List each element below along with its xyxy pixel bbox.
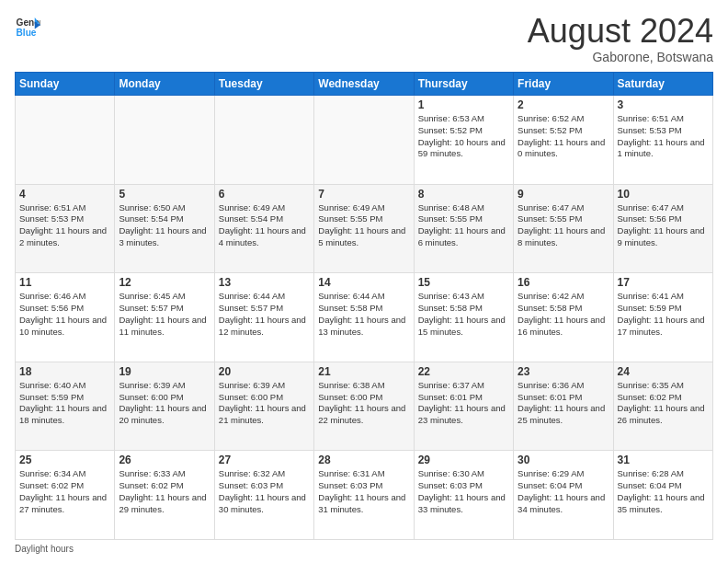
day-info: Sunrise: 6:50 AM Sunset: 5:54 PM Dayligh… [119,202,210,249]
calendar-week-row: 1Sunrise: 6:53 AM Sunset: 5:52 PM Daylig… [16,96,713,185]
day-info: Sunrise: 6:28 AM Sunset: 6:04 PM Dayligh… [618,468,709,515]
calendar-cell: 9Sunrise: 6:47 AM Sunset: 5:55 PM Daylig… [514,184,613,273]
footer-note: Daylight hours [15,544,713,554]
day-info: Sunrise: 6:43 AM Sunset: 5:58 PM Dayligh… [418,291,509,338]
day-info: Sunrise: 6:51 AM Sunset: 5:53 PM Dayligh… [19,202,110,249]
location-subtitle: Gaborone, Botswana [528,50,713,64]
day-number: 23 [518,365,609,378]
calendar-week-row: 18Sunrise: 6:40 AM Sunset: 5:59 PM Dayli… [16,362,713,451]
day-info: Sunrise: 6:31 AM Sunset: 6:03 PM Dayligh… [318,468,409,515]
day-info: Sunrise: 6:46 AM Sunset: 5:56 PM Dayligh… [19,291,110,338]
day-number: 18 [19,365,110,378]
calendar-cell: 15Sunrise: 6:43 AM Sunset: 5:58 PM Dayli… [414,273,513,362]
calendar-cell: 13Sunrise: 6:44 AM Sunset: 5:57 PM Dayli… [214,273,313,362]
calendar-cell: 8Sunrise: 6:48 AM Sunset: 5:55 PM Daylig… [414,184,513,273]
day-number: 8 [418,188,509,201]
calendar-cell: 20Sunrise: 6:39 AM Sunset: 6:00 PM Dayli… [214,362,313,451]
calendar-cell: 26Sunrise: 6:33 AM Sunset: 6:02 PM Dayli… [115,451,214,540]
day-number: 13 [219,276,310,289]
day-number: 14 [318,276,409,289]
day-info: Sunrise: 6:49 AM Sunset: 5:55 PM Dayligh… [318,202,409,249]
page: General Blue August 2024 Gaborone, Botsw… [0,0,728,563]
calendar-table: SundayMondayTuesdayWednesdayThursdayFrid… [15,72,713,540]
title-block: August 2024 Gaborone, Botswana [528,15,713,64]
day-number: 22 [418,365,509,378]
month-year-title: August 2024 [528,15,713,48]
calendar-cell: 12Sunrise: 6:45 AM Sunset: 5:57 PM Dayli… [115,273,214,362]
calendar-cell: 21Sunrise: 6:38 AM Sunset: 6:00 PM Dayli… [314,362,414,451]
day-info: Sunrise: 6:52 AM Sunset: 5:52 PM Dayligh… [518,113,609,160]
day-number: 28 [318,454,409,466]
day-number: 12 [119,276,210,289]
calendar-cell: 16Sunrise: 6:42 AM Sunset: 5:58 PM Dayli… [514,273,613,362]
day-info: Sunrise: 6:51 AM Sunset: 5:53 PM Dayligh… [618,113,709,160]
logo: General Blue [15,15,40,40]
calendar-cell: 1Sunrise: 6:53 AM Sunset: 5:52 PM Daylig… [414,96,513,185]
calendar-week-row: 25Sunrise: 6:34 AM Sunset: 6:02 PM Dayli… [16,451,713,540]
calendar-cell: 6Sunrise: 6:49 AM Sunset: 5:54 PM Daylig… [214,184,313,273]
day-number: 5 [119,188,210,201]
day-number: 1 [418,98,509,111]
day-info: Sunrise: 6:42 AM Sunset: 5:58 PM Dayligh… [518,291,609,338]
calendar-cell: 5Sunrise: 6:50 AM Sunset: 5:54 PM Daylig… [115,184,214,273]
day-info: Sunrise: 6:49 AM Sunset: 5:54 PM Dayligh… [219,202,310,249]
day-number: 16 [518,276,609,289]
day-number: 10 [618,188,709,201]
day-number: 30 [518,454,609,466]
calendar-cell: 23Sunrise: 6:36 AM Sunset: 6:01 PM Dayli… [514,362,613,451]
day-info: Sunrise: 6:38 AM Sunset: 6:00 PM Dayligh… [318,380,409,427]
calendar-header-row: SundayMondayTuesdayWednesdayThursdayFrid… [16,73,713,96]
calendar-cell: 24Sunrise: 6:35 AM Sunset: 6:02 PM Dayli… [613,362,712,451]
calendar-cell: 4Sunrise: 6:51 AM Sunset: 5:53 PM Daylig… [16,184,115,273]
day-number: 26 [119,454,210,466]
day-info: Sunrise: 6:30 AM Sunset: 6:03 PM Dayligh… [418,468,509,515]
calendar-cell [16,96,115,185]
calendar-week-row: 11Sunrise: 6:46 AM Sunset: 5:56 PM Dayli… [16,273,713,362]
day-number: 17 [618,276,709,289]
day-number: 19 [119,365,210,378]
calendar-cell: 14Sunrise: 6:44 AM Sunset: 5:58 PM Dayli… [314,273,414,362]
day-info: Sunrise: 6:40 AM Sunset: 5:59 PM Dayligh… [19,380,110,427]
day-info: Sunrise: 6:44 AM Sunset: 5:58 PM Dayligh… [318,291,409,338]
day-info: Sunrise: 6:47 AM Sunset: 5:56 PM Dayligh… [618,202,709,249]
day-info: Sunrise: 6:37 AM Sunset: 6:01 PM Dayligh… [418,380,509,427]
day-info: Sunrise: 6:48 AM Sunset: 5:55 PM Dayligh… [418,202,509,249]
day-info: Sunrise: 6:33 AM Sunset: 6:02 PM Dayligh… [119,468,210,515]
calendar-cell: 18Sunrise: 6:40 AM Sunset: 5:59 PM Dayli… [16,362,115,451]
calendar-cell [214,96,313,185]
calendar-cell: 27Sunrise: 6:32 AM Sunset: 6:03 PM Dayli… [214,451,313,540]
calendar-cell: 19Sunrise: 6:39 AM Sunset: 6:00 PM Dayli… [115,362,214,451]
day-info: Sunrise: 6:53 AM Sunset: 5:52 PM Dayligh… [418,113,509,160]
day-info: Sunrise: 6:47 AM Sunset: 5:55 PM Dayligh… [518,202,609,249]
calendar-cell: 10Sunrise: 6:47 AM Sunset: 5:56 PM Dayli… [613,184,712,273]
day-number: 2 [518,98,609,111]
day-number: 4 [19,188,110,201]
day-info: Sunrise: 6:45 AM Sunset: 5:57 PM Dayligh… [119,291,210,338]
logo-icon: General Blue [15,15,40,40]
header: General Blue August 2024 Gaborone, Botsw… [15,15,713,64]
day-number: 24 [618,365,709,378]
day-header-friday: Friday [514,73,613,96]
day-header-monday: Monday [115,73,214,96]
calendar-cell: 28Sunrise: 6:31 AM Sunset: 6:03 PM Dayli… [314,451,414,540]
day-number: 6 [219,188,310,201]
day-info: Sunrise: 6:41 AM Sunset: 5:59 PM Dayligh… [618,291,709,338]
calendar-cell: 3Sunrise: 6:51 AM Sunset: 5:53 PM Daylig… [613,96,712,185]
calendar-cell: 22Sunrise: 6:37 AM Sunset: 6:01 PM Dayli… [414,362,513,451]
day-number: 20 [219,365,310,378]
day-info: Sunrise: 6:34 AM Sunset: 6:02 PM Dayligh… [19,468,110,515]
svg-text:Blue: Blue [17,28,37,38]
day-header-wednesday: Wednesday [314,73,414,96]
day-header-sunday: Sunday [16,73,115,96]
calendar-cell: 2Sunrise: 6:52 AM Sunset: 5:52 PM Daylig… [514,96,613,185]
day-info: Sunrise: 6:39 AM Sunset: 6:00 PM Dayligh… [119,380,210,427]
calendar-cell [314,96,414,185]
day-info: Sunrise: 6:44 AM Sunset: 5:57 PM Dayligh… [219,291,310,338]
calendar-cell [115,96,214,185]
day-number: 15 [418,276,509,289]
day-info: Sunrise: 6:36 AM Sunset: 6:01 PM Dayligh… [518,380,609,427]
day-header-thursday: Thursday [414,73,513,96]
calendar-week-row: 4Sunrise: 6:51 AM Sunset: 5:53 PM Daylig… [16,184,713,273]
day-number: 9 [518,188,609,201]
day-header-tuesday: Tuesday [214,73,313,96]
